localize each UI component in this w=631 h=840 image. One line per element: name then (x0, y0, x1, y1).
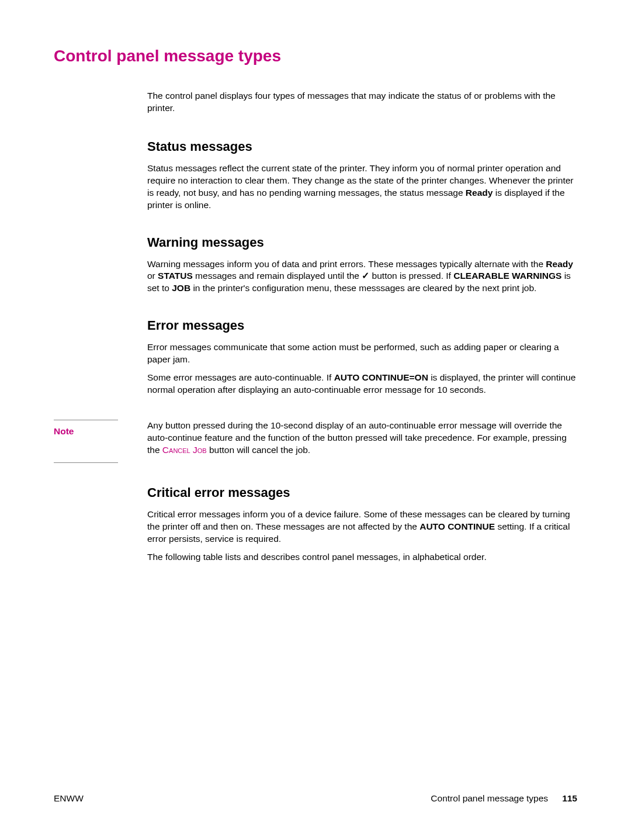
note-text-c: button will cancel the job. (207, 445, 311, 455)
error-text-autocontinue: AUTO CONTINUE=ON (334, 372, 428, 382)
warning-messages-heading: Warning messages (147, 235, 577, 250)
warning-text-a: Warning messages inform you of data and … (147, 259, 546, 269)
warning-text-g: button is pressed. If (369, 271, 453, 281)
error-messages-heading: Error messages (147, 318, 577, 333)
note-label: Note (54, 420, 118, 463)
note-row: Note Any button pressed during the 10-se… (54, 420, 577, 463)
note-body: Any button pressed during the 10-second … (147, 420, 577, 463)
critical-text-autocontinue: AUTO CONTINUE (419, 521, 495, 531)
check-icon: ✓ (362, 270, 369, 282)
critical-text-p2: The following table lists and describes … (147, 551, 577, 564)
status-messages-body: Status messages reflect the current stat… (147, 163, 577, 212)
warning-text-clearable: CLEARABLE WARNINGS (453, 271, 561, 281)
warning-text-job: JOB (172, 283, 190, 293)
warning-text-ready: Ready (546, 259, 573, 269)
warning-text-e: messages and remain displayed until the (193, 271, 362, 281)
page-footer: ENWW Control panel message types 115 (54, 793, 577, 804)
page-title: Control panel message types (54, 47, 577, 65)
critical-content-area: Critical error messages Critical error m… (147, 485, 577, 564)
status-messages-heading: Status messages (147, 139, 577, 154)
cancel-job-text: Cancel Job (162, 445, 207, 455)
warning-messages-body: Warning messages inform you of data and … (147, 258, 577, 295)
status-text-ready: Ready (466, 188, 493, 198)
footer-right: Control panel message types 115 (431, 793, 577, 804)
error-text-p1: Error messages communicate that some act… (147, 341, 577, 366)
content-area: The control panel displays four types of… (147, 90, 577, 396)
footer-section-name: Control panel message types (431, 793, 548, 804)
critical-error-body: Critical error messages inform you of a … (147, 509, 577, 564)
warning-text-status: STATUS (158, 271, 193, 281)
warning-text-c: or (147, 271, 158, 281)
critical-error-heading: Critical error messages (147, 485, 577, 500)
warning-text-k: in the printer's configuration menu, the… (190, 283, 536, 293)
intro-paragraph: The control panel displays four types of… (147, 90, 577, 115)
note-label-column: Note (54, 420, 147, 463)
error-text-p2a: Some error messages are auto-continuable… (147, 372, 334, 382)
footer-left: ENWW (54, 793, 84, 804)
error-messages-body: Error messages communicate that some act… (147, 341, 577, 396)
page-number: 115 (562, 793, 577, 804)
